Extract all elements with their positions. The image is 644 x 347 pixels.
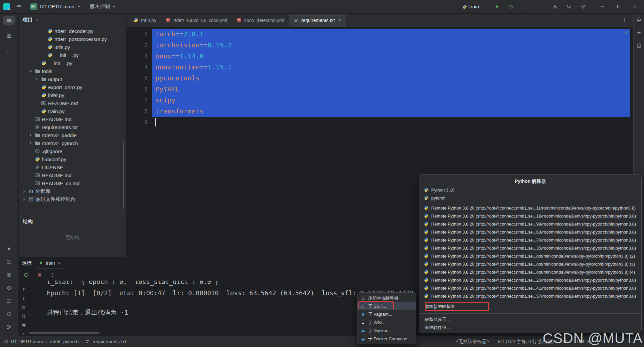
console-line[interactable]: 进程已结束，退出代码为 -1: [47, 307, 128, 317]
code-line[interactable]: scipy: [152, 95, 630, 106]
tree-item[interactable]: infer.py: [19, 91, 126, 99]
tree-item[interactable]: __init__.py: [19, 59, 126, 67]
status-item[interactable]: UTF-8: [577, 339, 590, 344]
stop-button[interactable]: [35, 270, 44, 280]
run-tab-train[interactable]: train ×: [36, 257, 63, 269]
breadcrumb-item[interactable]: RT-DETR-main: [11, 339, 43, 344]
tab-close-icon[interactable]: ×: [338, 17, 341, 23]
tree-item[interactable]: 临时文件和控制台: [19, 195, 126, 203]
interpreter-item[interactable]: Remote Python 3.8.20 (sftp://root@connec…: [419, 244, 641, 252]
vcs-widget[interactable]: 版本控制: [88, 2, 118, 11]
editor-tab[interactable]: train.py: [129, 14, 161, 27]
interpreter-item[interactable]: Remote Python 3.8.20 (sftp://root@connec…: [419, 212, 641, 220]
close-button[interactable]: [630, 2, 639, 11]
tool-more-button[interactable]: [3, 46, 15, 56]
console-line[interactable]: t_stat: { epoch : 0, loss_stat_dict : 0.…: [47, 281, 219, 287]
project-panel-header[interactable]: 项目: [19, 14, 126, 26]
tree-item[interactable]: README.md: [19, 115, 126, 123]
scroll-down-button[interactable]: [21, 295, 26, 301]
interpreter-item[interactable]: Remote Python 3.8.20 (sftp://root@connec…: [419, 292, 641, 300]
tree-item[interactable]: output: [19, 75, 126, 83]
scrollbar-thumb[interactable]: [29, 332, 100, 334]
code-line[interactable]: pycocotools: [152, 73, 630, 84]
tree-item[interactable]: train.py: [19, 107, 126, 115]
code-line[interactable]: torchvision==0.15.2: [152, 40, 630, 51]
interpreter-item[interactable]: Remote Python 3.8.20 (sftp://root@connec…: [419, 260, 641, 268]
code-line[interactable]: PyYAML: [152, 84, 630, 95]
notifications-button[interactable]: [635, 16, 643, 24]
tree-item[interactable]: hubconf.py: [19, 155, 126, 163]
tree-item[interactable]: rtdetr_decoder.py: [19, 27, 126, 35]
editor-tab[interactable]: rtdetr_r50vd_6x_coco.yml: [161, 14, 232, 27]
editor-tab[interactable]: requirements.txt×: [289, 14, 346, 27]
editor-code[interactable]: torch==2.0.1torchvision==0.15.2onnx==1.1…: [152, 27, 630, 128]
menu-item[interactable]: 于 SSH...: [357, 302, 416, 311]
interpreter-item[interactable]: Remote Python 3.8.20 (sftp://root@connec…: [419, 268, 641, 276]
soft-wrap-button[interactable]: [21, 304, 26, 310]
breadcrumb-item[interactable]: rtdetr_pytorch: [50, 339, 78, 344]
tree-item[interactable]: .gitignore: [19, 147, 126, 155]
tool-coverage-button[interactable]: [3, 283, 15, 293]
tree-item[interactable]: README.md: [19, 171, 126, 179]
interpreter-item[interactable]: Remote Python 3.8.20 (sftp://root@connec…: [419, 236, 641, 244]
project-scrollbar[interactable]: [123, 141, 124, 209]
database-button[interactable]: [635, 42, 643, 50]
editor-tab[interactable]: coco_detection.yml: [232, 14, 289, 27]
tree-item[interactable]: LICENSE: [19, 163, 126, 171]
add-new-interpreter-item[interactable]: 添加新的解释器: [419, 303, 641, 311]
tool-python-console-button[interactable]: [3, 257, 15, 267]
menu-item[interactable]: 添加本地解释器...: [357, 294, 416, 302]
code-line[interactable]: onnxruntime==1.15.1: [152, 62, 630, 73]
tree-item[interactable]: export_onnx.py: [19, 83, 126, 91]
print-button[interactable]: [21, 322, 26, 328]
status-item[interactable]: <无默认服务器>: [456, 339, 489, 345]
tool-run-button[interactable]: [3, 244, 15, 254]
interpreter-item[interactable]: Remote Python 3.8.20 (sftp://root@connec…: [419, 252, 641, 260]
tree-item[interactable]: README.md: [19, 99, 126, 107]
tree-item[interactable]: tools: [19, 67, 126, 75]
code-line[interactable]: onnx==1.14.0: [152, 51, 630, 62]
menu-item[interactable]: 于 Docker Compose...: [357, 335, 416, 343]
manage-packages-item[interactable]: 管理软件包...: [419, 324, 641, 332]
more-actions-button[interactable]: [520, 2, 530, 11]
interpreter-item[interactable]: Remote Python 3.8.20 (sftp://root@connec…: [419, 204, 641, 212]
run-button[interactable]: [492, 2, 502, 11]
interpreter-item[interactable]: Python 3.10: [419, 186, 641, 194]
tree-item[interactable]: rtdetr_postprocessor.py: [19, 35, 126, 43]
scroll-up-button[interactable]: [21, 286, 26, 292]
tool-problems-button[interactable]: [3, 309, 15, 319]
debug-button[interactable]: [506, 2, 516, 11]
tool-commit-button[interactable]: [3, 31, 15, 40]
rerun-button[interactable]: [21, 270, 31, 280]
maximize-button[interactable]: [614, 2, 623, 11]
interpreter-settings-item[interactable]: 解释器设置...: [419, 316, 641, 324]
tree-item[interactable]: rtdetrv2_pytorch: [19, 139, 126, 147]
structure-panel-header[interactable]: 结构: [19, 216, 126, 227]
interpreter-item[interactable]: Remote Python 3.8.20 (sftp://root@connec…: [419, 276, 641, 284]
run-tab-close-icon[interactable]: ×: [58, 260, 61, 266]
settings-button[interactable]: [579, 2, 588, 11]
tree-item[interactable]: utils.py: [19, 43, 126, 51]
breadcrumb-item[interactable]: requirements.txt: [93, 339, 126, 344]
tool-terminal-button[interactable]: [3, 296, 15, 306]
tab-options-button[interactable]: [620, 16, 629, 25]
status-item[interactable]: LF: [562, 339, 568, 344]
menu-item[interactable]: 于 WSL...: [357, 319, 416, 327]
tool-version-control-button[interactable]: [3, 322, 15, 332]
project-widget[interactable]: RT RT-DETR-main: [27, 2, 84, 11]
minimize-button[interactable]: [598, 2, 607, 11]
inspections-widget[interactable]: [622, 29, 630, 36]
interpreter-item[interactable]: pytorch: [419, 194, 641, 202]
ai-assistant-button[interactable]: [635, 29, 643, 37]
menu-item[interactable]: 于 Docker...: [357, 327, 416, 335]
run-config-selector[interactable]: train: [460, 3, 488, 10]
tool-services-button[interactable]: [3, 270, 15, 280]
restart-button[interactable]: [21, 313, 26, 319]
tree-item[interactable]: rtdetrv2_paddle: [19, 131, 126, 139]
status-item[interactable]: 9:1 (104 字符, 8 行 换行符): [498, 339, 554, 345]
tree-item[interactable]: 外部库: [19, 187, 126, 195]
expand-button[interactable]: [21, 331, 26, 336]
main-menu-button[interactable]: [14, 2, 23, 11]
code-with-me-button[interactable]: [550, 2, 560, 11]
search-everywhere-button[interactable]: [565, 2, 574, 11]
